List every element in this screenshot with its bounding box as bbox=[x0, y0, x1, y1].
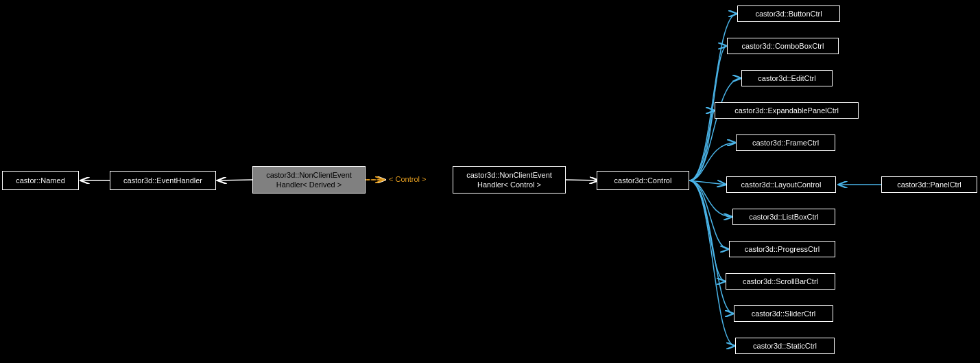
node-control: castor3d::Control bbox=[597, 171, 689, 190]
svg-line-6 bbox=[689, 180, 726, 185]
node-layout-control: castor3d::LayoutControl bbox=[726, 176, 836, 193]
diagram-container: castor::Named castor3d::EventHandler cas… bbox=[0, 0, 980, 363]
svg-line-4 bbox=[566, 180, 599, 180]
svg-line-1 bbox=[217, 180, 252, 180]
node-listbox-ctrl: castor3d::ListBoxCtrl bbox=[732, 209, 835, 225]
node-castor-named: castor::Named bbox=[2, 171, 79, 190]
node-nonclient-control: castor3d::NonClientEvent Handler< Contro… bbox=[453, 166, 566, 194]
node-frame-ctrl: castor3d::FrameCtrl bbox=[736, 134, 835, 151]
node-nonclient-derived: castor3d::NonClientEvent Handler< Derive… bbox=[252, 166, 366, 194]
node-slider-ctrl: castor3d::SliderCtrl bbox=[734, 305, 833, 322]
node-edit-ctrl: castor3d::EditCtrl bbox=[741, 70, 833, 86]
nonclient-derived-label: castor3d::NonClientEvent Handler< Derive… bbox=[266, 170, 352, 190]
node-combobox-ctrl: castor3d::ComboBoxCtrl bbox=[727, 38, 839, 54]
node-expandable-panel: castor3d::ExpandablePanelCtrl bbox=[715, 102, 859, 119]
node-panel-ctrl: castor3d::PanelCtrl bbox=[881, 176, 977, 193]
node-button-ctrl: castor3d::ButtonCtrl bbox=[737, 5, 840, 22]
node-eventhandler: castor3d::EventHandler bbox=[110, 171, 216, 190]
nonclient-control-label: castor3d::NonClientEvent Handler< Contro… bbox=[466, 170, 552, 190]
node-static-ctrl: castor3d::StaticCtrl bbox=[735, 338, 835, 354]
node-progress-ctrl: castor3d::ProgressCtrl bbox=[729, 241, 835, 257]
node-scrollbar-ctrl: castor3d::ScrollBarCtrl bbox=[726, 273, 835, 290]
control-template-label: < Control > bbox=[386, 174, 429, 185]
